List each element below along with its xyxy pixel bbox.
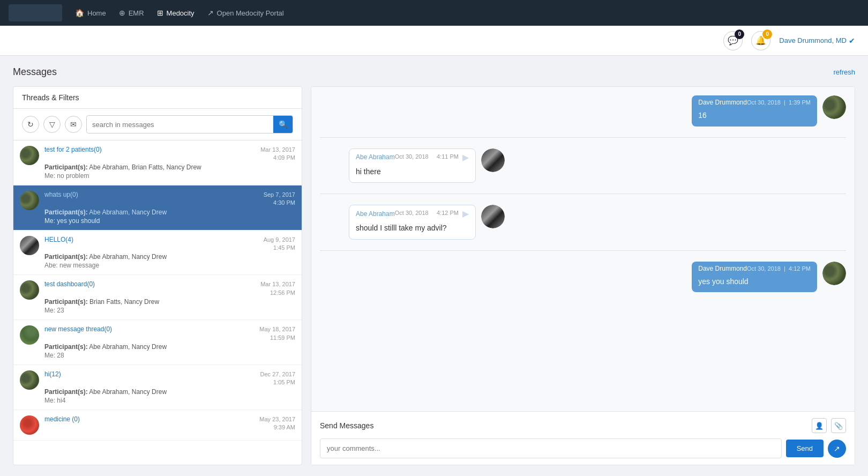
thread-item[interactable]: medicine (0) May 23, 2017 9:39 AM <box>13 410 302 441</box>
avatar <box>20 236 39 255</box>
search-container: 🔍 <box>86 115 293 133</box>
avatar <box>20 146 39 165</box>
header-bar: 💬 0 🔔 0 Dave Drummond, MD ✔ <box>0 26 868 56</box>
compose-icon: ✉ <box>70 120 77 129</box>
thread-content: HELLO(4) Aug 9, 2017 1:45 PM Participant… <box>44 236 295 270</box>
thread-title: whats up(0) <box>44 191 78 198</box>
send-button[interactable]: Send <box>786 440 824 457</box>
message-meta: Abe Abraham Oct 30, 2018 4:11 PM ▶ <box>349 149 475 165</box>
user-verified-icon: ✔ <box>849 36 855 45</box>
thread-title-row: test for 2 patients(0) Mar 13, 2017 4:09… <box>44 146 295 162</box>
avatar <box>20 191 39 210</box>
avatar <box>20 280 39 300</box>
send-title: Send Messages <box>320 421 373 430</box>
filter-btn[interactable]: ▽ <box>43 116 61 133</box>
search-submit-btn[interactable]: 🔍 <box>273 116 293 133</box>
avatar <box>20 415 39 435</box>
person-icon: 👤 <box>815 422 824 430</box>
thread-preview: Abe: new message <box>44 262 295 269</box>
nav-item-emr[interactable]: ⊕ EMR <box>119 9 144 17</box>
avatar <box>481 205 505 228</box>
thread-title: test for 2 patients(0) <box>44 146 102 153</box>
thread-title: medicine (0) <box>44 415 80 423</box>
thread-title: HELLO(4) <box>44 236 73 243</box>
compose-btn[interactable]: ✉ <box>65 116 82 133</box>
message-timestamp: Oct 30, 2018 | 4:12 PM <box>747 265 811 272</box>
top-nav: 🏠 Home ⊕ EMR ⊞ Medocity ↗ Open Medocity … <box>0 0 868 26</box>
message-meta: Dave Drummond Oct 30, 2018 | 4:12 PM <box>692 262 817 274</box>
thread-item[interactable]: test for 2 patients(0) Mar 13, 2017 4:09… <box>13 140 302 185</box>
chat-notification-btn[interactable]: 💬 0 <box>723 31 743 50</box>
message-input[interactable] <box>320 438 782 458</box>
share-button[interactable]: ↗ <box>828 440 846 458</box>
search-input[interactable] <box>87 117 273 132</box>
send-icons: 👤 📎 <box>812 418 846 433</box>
page-content: Messages refresh Threads & Filters ↻ ▽ ✉ <box>0 56 868 476</box>
avatar <box>20 325 39 345</box>
thread-item[interactable]: test dashboard(0) Mar 13, 2017 12:56 PM … <box>13 275 302 320</box>
thread-item[interactable]: new message thread(0) May 18, 2017 11:59… <box>13 320 302 365</box>
thread-participants: Participant(s): Abe Abraham, Nancy Drew <box>44 343 295 351</box>
thread-item[interactable]: whats up(0) Sep 7, 2017 4:30 PM Particip… <box>13 185 302 230</box>
thread-title: new message thread(0) <box>44 325 112 333</box>
message-bubble-wrap: Abe Abraham Oct 30, 2018 4:11 PM ▶ hi th… <box>349 148 476 183</box>
thread-title-row: medicine (0) May 23, 2017 9:39 AM <box>44 415 295 432</box>
nav-item-medocity[interactable]: ⊞ Medocity <box>157 9 194 17</box>
thread-date: Dec 27, 2017 1:05 PM <box>260 370 295 387</box>
page-header: Messages refresh <box>13 66 855 78</box>
add-participant-btn[interactable]: 👤 <box>812 418 827 433</box>
thread-content: test for 2 patients(0) Mar 13, 2017 4:09… <box>44 146 295 180</box>
bell-notification-btn[interactable]: 🔔 0 <box>751 31 770 50</box>
thread-participants: Participant(s): Abe Abraham, Brian Fatts… <box>44 163 295 171</box>
nav-item-home[interactable]: 🏠 Home <box>75 9 106 17</box>
refresh-threads-btn[interactable]: ↻ <box>22 116 39 133</box>
home-icon: 🏠 <box>75 9 84 17</box>
refresh-icon: ↻ <box>27 120 34 129</box>
thread-title: hi(12) <box>44 370 61 378</box>
message-meta: Abe Abraham Oct 30, 2018 4:12 PM ▶ <box>349 205 475 221</box>
thread-item[interactable]: HELLO(4) Aug 9, 2017 1:45 PM Participant… <box>13 230 302 276</box>
thread-preview: Me: 28 <box>44 352 295 359</box>
threads-toolbar: ↻ ▽ ✉ 🔍 <box>13 109 302 140</box>
thread-title-row: whats up(0) Sep 7, 2017 4:30 PM <box>44 191 295 207</box>
send-area: Send Messages 👤 📎 Send ↗ <box>311 411 855 465</box>
chat-badge: 0 <box>735 29 744 39</box>
share-icon: ↗ <box>834 444 840 453</box>
emr-icon: ⊕ <box>119 9 125 17</box>
thread-participants: Participant(s): Abe Abraham, Nancy Drew <box>44 253 295 261</box>
thread-preview: Me: 23 <box>44 307 295 314</box>
thread-preview: Me: yes you should <box>44 217 295 225</box>
main-layout: Threads & Filters ↻ ▽ ✉ 🔍 <box>13 86 855 465</box>
avatar <box>320 148 343 172</box>
user-name-display[interactable]: Dave Drummond, MD ✔ <box>779 36 855 45</box>
message-sender: Abe Abraham <box>356 153 395 161</box>
thread-content: new message thread(0) May 18, 2017 11:59… <box>44 325 295 359</box>
thread-title-row: hi(12) Dec 27, 2017 1:05 PM <box>44 370 295 387</box>
attach-btn[interactable]: 📎 <box>831 418 846 433</box>
bell-badge: 0 <box>762 29 772 39</box>
nav-item-open-portal[interactable]: ↗ Open Medocity Portal <box>207 9 284 17</box>
message-separator <box>320 137 846 138</box>
thread-date: May 23, 2017 9:39 AM <box>259 415 295 432</box>
thread-content: whats up(0) Sep 7, 2017 4:30 PM Particip… <box>44 191 295 225</box>
thread-date: Aug 9, 2017 1:45 PM <box>264 236 295 252</box>
nav-items: 🏠 Home ⊕ EMR ⊞ Medocity ↗ Open Medocity … <box>75 9 859 17</box>
message-text: 16 <box>692 108 817 127</box>
thread-content: hi(12) Dec 27, 2017 1:05 PM Participant(… <box>44 370 295 404</box>
thread-participants: Participant(s): Brian Fatts, Nancy Drew <box>44 298 295 306</box>
medocity-icon: ⊞ <box>157 9 163 17</box>
thread-item[interactable]: hi(12) Dec 27, 2017 1:05 PM Participant(… <box>13 365 302 410</box>
send-input-row: Send ↗ <box>320 438 846 458</box>
avatar <box>320 205 343 228</box>
avatar <box>822 262 846 285</box>
thread-content: test dashboard(0) Mar 13, 2017 12:56 PM … <box>44 280 295 314</box>
message-bubble-wrap: Abe Abraham Oct 30, 2018 4:12 PM ▶ shoul… <box>349 205 476 240</box>
refresh-link[interactable]: refresh <box>834 68 855 76</box>
nav-logo <box>9 4 62 21</box>
user-name-text: Dave Drummond, MD <box>779 36 847 44</box>
messages-area: Dave Drummond Oct 30, 2018 | 1:39 PM 16 <box>311 87 855 411</box>
thread-preview: Me: no problem <box>44 172 295 180</box>
thread-title-row: HELLO(4) Aug 9, 2017 1:45 PM <box>44 236 295 252</box>
thread-title-row: test dashboard(0) Mar 13, 2017 12:56 PM <box>44 280 295 297</box>
messages-panel: Dave Drummond Oct 30, 2018 | 1:39 PM 16 <box>311 86 855 465</box>
